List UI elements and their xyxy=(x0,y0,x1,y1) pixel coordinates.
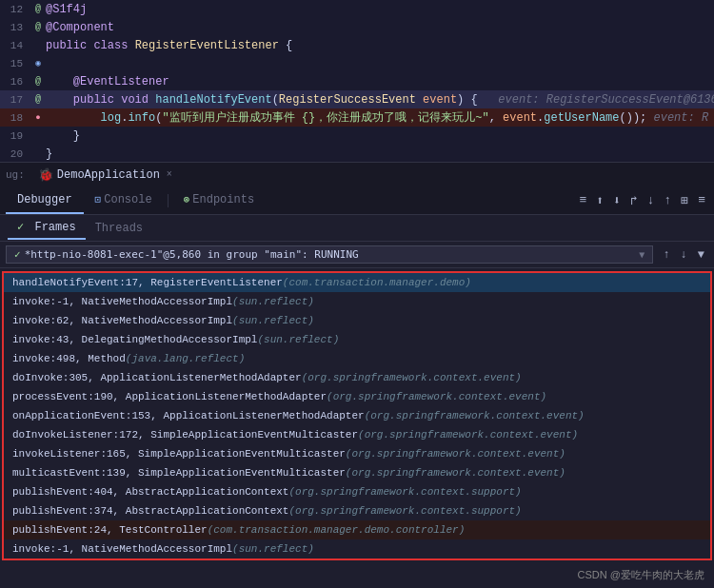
frame-package: (java.lang.reflect) xyxy=(126,353,245,364)
line-number: 18 xyxy=(4,112,30,124)
toolbar-btn-step-into[interactable]: ↓ xyxy=(645,191,658,209)
frame-item[interactable]: processEvent:190, ApplicationListenerMet… xyxy=(4,387,710,406)
gutter-breakpoint: ● xyxy=(30,113,46,123)
line-number: 19 xyxy=(4,130,30,142)
app-root: 12 @ @S1f4j 13 @ @Component 14 public cl… xyxy=(0,0,714,588)
frame-package: (com.transaction.manager.demo.controller… xyxy=(208,524,466,536)
debug-label: ug: xyxy=(6,169,25,181)
tab-console-label: Console xyxy=(104,193,151,206)
frame-item[interactable]: multicastEvent:139, SimpleApplicationEve… xyxy=(4,463,710,482)
frame-item[interactable]: invoke:62, NativeMethodAccessorImpl (sun… xyxy=(4,311,710,330)
sub-tab-threads[interactable]: Threads xyxy=(86,218,152,239)
frame-package: (org.springframework.context.event) xyxy=(358,429,578,441)
code-line-19: 19 } xyxy=(0,127,714,145)
code-text: } xyxy=(46,147,714,161)
frame-package: (org.springframework.context.event) xyxy=(346,467,565,479)
thread-filter-btn[interactable]: ▼ xyxy=(694,246,708,264)
tab-debugger[interactable]: Debugger xyxy=(6,187,84,214)
gutter-annotation: @ xyxy=(30,4,46,14)
toolbar-btn-menu[interactable]: ≡ xyxy=(576,191,589,209)
toolbar-btn-down[interactable]: ⬇ xyxy=(610,191,624,210)
debug-toolbar: ug: 🐞 DemoApplication × xyxy=(0,162,714,186)
frame-item[interactable]: onApplicationEvent:153, ApplicationListe… xyxy=(4,406,710,425)
frame-package: (org.springframework.context.event) xyxy=(302,372,522,383)
frame-package: (com.transaction.manager.demo) xyxy=(283,277,471,288)
frame-method: doInvoke:305, ApplicationListenerMethodA… xyxy=(12,372,302,383)
frame-method: publishEvent:404, AbstractApplicationCon… xyxy=(12,486,288,498)
tab-endpoints[interactable]: ⊛ Endpoints xyxy=(172,187,266,214)
thread-dropdown[interactable]: ✓ *http-nio-8081-exec-1"@5,860 in group … xyxy=(6,245,653,264)
code-line-20: 20 } xyxy=(0,145,714,162)
code-line-18: 18 ● log.info("监听到用户注册成功事件 {}，你注册成功了哦，记得… xyxy=(0,108,714,127)
tab-endpoints-label: Endpoints xyxy=(192,193,254,206)
frame-package: (org.springframework.context.support) xyxy=(288,505,521,517)
console-icon: ⊡ xyxy=(95,193,102,206)
frame-item-selected[interactable]: handleNotifyEvent:17, RegisterEventListe… xyxy=(4,273,710,292)
code-line-13: 13 @ @Component xyxy=(0,18,714,36)
app-name: DemoApplication xyxy=(57,168,160,182)
frame-method: publishEvent:374, AbstractApplicationCon… xyxy=(12,505,288,517)
endpoints-icon: ⊛ xyxy=(184,193,190,206)
toolbar-btn-step-over[interactable]: ↱ xyxy=(627,191,641,210)
frame-package: (org.springframework.context.event) xyxy=(365,410,585,421)
tab-console[interactable]: ⊡ Console xyxy=(84,187,164,214)
thread-next-btn[interactable]: ↓ xyxy=(677,246,691,264)
frame-item[interactable]: invoke:-1, NativeMethodAccessorImpl (sun… xyxy=(4,539,710,559)
frames-container[interactable]: handleNotifyEvent:17, RegisterEventListe… xyxy=(0,268,714,588)
frame-method: invokeListener:165, SimpleApplicationEve… xyxy=(12,448,346,460)
frame-item-controller[interactable]: publishEvent:24, TestController (com.tra… xyxy=(4,520,710,539)
code-line-15: 15 ◉ xyxy=(0,54,714,72)
dropdown-arrow-icon: ▼ xyxy=(639,249,645,260)
code-line-16: 16 @ @EventListener xyxy=(0,72,714,90)
toolbar-btn-frames[interactable]: ⊞ xyxy=(678,191,691,210)
gutter-annotation: @ xyxy=(30,94,46,105)
frame-method: invoke:62, NativeMethodAccessorImpl xyxy=(12,315,232,326)
code-text: @S1f4j xyxy=(46,3,714,16)
code-text: @EventListener xyxy=(46,75,714,88)
frames-check-icon: ✓ xyxy=(17,221,24,234)
frame-method: onApplicationEvent:153, ApplicationListe… xyxy=(12,410,365,421)
frame-method: publishEvent:24, TestController xyxy=(12,524,208,536)
frame-method: invoke:498, Method xyxy=(12,353,126,364)
line-number: 15 xyxy=(4,58,30,69)
thread-selector: ✓ *http-nio-8081-exec-1"@5,860 in group … xyxy=(0,242,714,268)
line-number: 16 xyxy=(4,76,30,88)
frame-item[interactable]: doInvoke:305, ApplicationListenerMethodA… xyxy=(4,368,710,387)
toolbar-btn-step-out[interactable]: ↑ xyxy=(662,191,675,209)
gutter-annotation: @ xyxy=(30,22,46,32)
code-text: log.info("监听到用户注册成功事件 {}，你注册成功了哦，记得来玩儿~"… xyxy=(46,109,714,126)
gutter-annotation: @ xyxy=(30,76,46,87)
debug-tab-bar: Debugger ⊡ Console ⊛ Endpoints ≡ ⬆ ⬇ ↱ ↓… xyxy=(0,186,714,215)
frame-package: (sun.reflect) xyxy=(232,296,314,307)
debug-toolbar-icons: ≡ ⬆ ⬇ ↱ ↓ ↑ ⊞ ≡ xyxy=(576,191,708,210)
frame-item[interactable]: invoke:-1, NativeMethodAccessorImpl (sun… xyxy=(4,292,710,311)
frame-item[interactable]: invoke:498, Method (java.lang.reflect) xyxy=(4,349,710,368)
toolbar-btn-settings[interactable]: ≡ xyxy=(695,191,708,209)
frame-item[interactable]: publishEvent:404, AbstractApplicationCon… xyxy=(4,482,710,501)
frames-selected-region: handleNotifyEvent:17, RegisterEventListe… xyxy=(2,271,712,560)
thread-nav-buttons: ↑ ↓ ▼ xyxy=(659,246,708,264)
frame-package: (sun.reflect) xyxy=(232,543,314,555)
frame-method: doInvokeListener:172, SimpleApplicationE… xyxy=(12,429,358,441)
code-text: public void handleNotifyEvent(RegisterSu… xyxy=(46,93,714,107)
frame-method: handleNotifyEvent:17, RegisterEventListe… xyxy=(12,277,283,288)
code-text: } xyxy=(46,129,714,143)
code-line-12: 12 @ @S1f4j xyxy=(0,0,714,18)
code-text: @Component xyxy=(46,21,714,34)
sub-tab-bar: ✓ Frames Threads xyxy=(0,215,714,242)
line-number: 13 xyxy=(4,22,30,33)
frame-item[interactable]: publishEvent:374, AbstractApplicationCon… xyxy=(4,501,710,520)
frame-package: (sun.reflect) xyxy=(232,315,314,326)
frame-package: (org.springframework.context.event) xyxy=(346,448,565,460)
sub-tab-frames[interactable]: ✓ Frames xyxy=(8,216,86,240)
frame-method: multicastEvent:139, SimpleApplicationEve… xyxy=(12,467,346,479)
thread-prev-btn[interactable]: ↑ xyxy=(659,246,673,264)
debug-app-label[interactable]: 🐞 DemoApplication × xyxy=(32,166,181,185)
gutter-breakpoint: ◉ xyxy=(30,58,46,69)
tab-divider xyxy=(168,194,169,207)
frame-item[interactable]: invoke:43, DelegatingMethodAccessorImpl … xyxy=(4,330,710,349)
toolbar-btn-up[interactable]: ⬆ xyxy=(593,191,606,210)
frame-item[interactable]: invokeListener:165, SimpleApplicationEve… xyxy=(4,444,710,463)
close-tab-button[interactable]: × xyxy=(164,169,175,180)
frame-item[interactable]: doInvokeListener:172, SimpleApplicationE… xyxy=(4,425,710,444)
